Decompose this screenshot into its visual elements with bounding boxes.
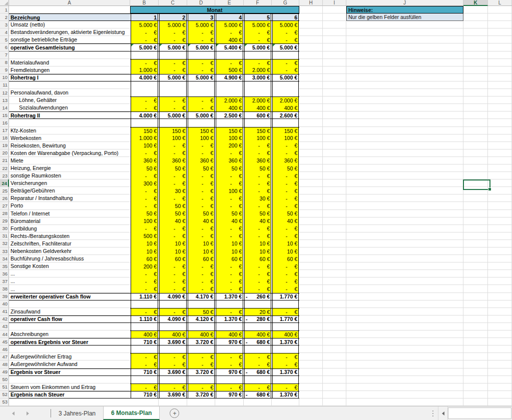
cell-B15[interactable]: 4.000 €	[130, 112, 159, 119]
cell-G48[interactable]: -€	[272, 360, 299, 368]
cell-K39[interactable]	[463, 293, 488, 300]
cell-F36[interactable]: -€	[244, 270, 272, 278]
cell-A19[interactable]: Reisekosten, Bewirtung	[9, 142, 130, 150]
cell-G30[interactable]: -€	[272, 225, 299, 232]
cell-C52[interactable]: 3.690 €	[159, 391, 187, 398]
cell-G41[interactable]: -€	[272, 308, 299, 316]
row-header-28[interactable]: 28	[0, 210, 9, 218]
cell-C17[interactable]: 150 €	[159, 127, 187, 134]
cell-I44[interactable]	[323, 330, 346, 338]
cell-E36[interactable]: -€	[215, 270, 244, 278]
cell-D22[interactable]: 50 €	[187, 164, 215, 172]
cell-C18[interactable]: 100 €	[159, 134, 187, 142]
cell-B31[interactable]: 500 €	[130, 232, 159, 240]
cell-G24[interactable]: -€	[272, 180, 299, 187]
cell-G8[interactable]: -€	[272, 59, 299, 66]
cell-F30[interactable]: -€	[244, 225, 272, 232]
cell-G36[interactable]: -€	[272, 270, 299, 278]
row-header-47[interactable]: 47	[0, 353, 9, 360]
cell-G47[interactable]: -€	[272, 353, 299, 360]
cell-E22[interactable]: 50 €	[215, 164, 244, 172]
cell-H24[interactable]	[299, 180, 323, 187]
horizontal-scrollbar-thumb[interactable]	[448, 408, 511, 418]
cell-I33[interactable]	[323, 248, 346, 255]
cell-B12[interactable]	[130, 89, 159, 96]
cell-D9[interactable]: -€	[187, 66, 215, 74]
cell-H23[interactable]	[299, 172, 323, 180]
cell-C26[interactable]: -€	[159, 194, 187, 202]
cell-L7[interactable]	[488, 52, 512, 59]
cell-J32[interactable]	[346, 240, 463, 248]
cell-J39[interactable]	[346, 293, 463, 300]
row-header-38[interactable]: 38	[0, 285, 9, 292]
cell-H48[interactable]	[299, 360, 323, 368]
cell-H9[interactable]	[299, 66, 323, 74]
cell-K53[interactable]	[463, 398, 488, 406]
column-header-G[interactable]: G	[272, 0, 299, 6]
cell-K41[interactable]	[463, 308, 488, 316]
cell-D17[interactable]: 150 €	[187, 127, 215, 134]
cell-F5[interactable]: -€	[244, 36, 272, 44]
cell-E2[interactable]: 4	[215, 14, 244, 21]
cell-B43[interactable]	[130, 323, 159, 330]
cell-F12[interactable]	[244, 89, 272, 96]
cell-K17[interactable]	[463, 127, 488, 134]
cell-B51[interactable]: -€	[130, 384, 159, 391]
cell-J40[interactable]	[346, 300, 463, 308]
cell-D11[interactable]	[187, 82, 215, 89]
cell-C5[interactable]: -€	[159, 36, 187, 44]
cell-B35[interactable]: 200 €	[130, 262, 159, 270]
cell-L22[interactable]	[488, 164, 512, 172]
cell-B23[interactable]: -€	[130, 172, 159, 180]
cell-C14[interactable]: -€	[159, 104, 187, 112]
cell-E21[interactable]: 360 €	[215, 157, 244, 164]
row-header-19[interactable]: 19	[0, 142, 9, 150]
cell-I21[interactable]	[323, 157, 346, 164]
row-header-43[interactable]: 43	[0, 323, 9, 330]
cell-K27[interactable]	[463, 202, 488, 210]
cell-D14[interactable]: -€	[187, 104, 215, 112]
cell-L5[interactable]	[488, 36, 512, 44]
monat-merged-header[interactable]: Monat	[130, 6, 299, 14]
row-header-4[interactable]: 4	[0, 28, 9, 36]
cell-J18[interactable]	[346, 134, 463, 142]
cell-L47[interactable]	[488, 353, 512, 360]
cell-A8[interactable]: Materialaufwand	[9, 59, 130, 66]
cell-K3[interactable]	[463, 21, 488, 28]
cell-D8[interactable]: -€	[187, 59, 215, 66]
cell-J31[interactable]	[346, 232, 463, 240]
cell-B33[interactable]: 10 €	[130, 248, 159, 255]
cell-L39[interactable]	[488, 293, 512, 300]
row-header-51[interactable]: 51	[0, 384, 9, 391]
cell-F49[interactable]: -680 €	[244, 368, 272, 376]
cell-I45[interactable]	[323, 338, 346, 346]
row-header-13[interactable]: 13	[0, 96, 9, 104]
cell-L28[interactable]	[488, 210, 512, 218]
cell-I48[interactable]	[323, 360, 346, 368]
cell-K6[interactable]	[463, 44, 488, 51]
cell-K36[interactable]	[463, 270, 488, 278]
cell-B39[interactable]: 1.110 €	[130, 293, 159, 300]
cell-J49[interactable]	[346, 368, 463, 376]
cell-A43[interactable]	[9, 323, 130, 330]
cell-G2[interactable]: 6	[272, 14, 299, 21]
cell-F3[interactable]: 5.000 €	[244, 21, 272, 28]
cell-L34[interactable]	[488, 255, 512, 262]
cell-H44[interactable]	[299, 330, 323, 338]
cell-E50[interactable]	[215, 376, 244, 384]
cell-C29[interactable]: 40 €	[159, 218, 187, 225]
cell-K35[interactable]	[463, 262, 488, 270]
cell-A16[interactable]	[9, 119, 130, 126]
cell-F23[interactable]: -€	[244, 172, 272, 180]
cell-G7[interactable]	[272, 52, 299, 59]
cell-I37[interactable]	[323, 278, 346, 285]
row-header-33[interactable]: 33	[0, 248, 9, 255]
cell-G34[interactable]: 60 €	[272, 255, 299, 262]
cell-K49[interactable]	[463, 368, 488, 376]
row-header-5[interactable]: 5	[0, 36, 9, 44]
cell-J13[interactable]	[346, 96, 463, 104]
worksheet-grid[interactable]: ABCDEFGHIJKL1MonatHinweise:2Bezeichung12…	[0, 0, 512, 406]
cell-J45[interactable]	[346, 338, 463, 346]
cell-L10[interactable]	[488, 74, 512, 82]
cell-H53[interactable]	[299, 398, 323, 406]
